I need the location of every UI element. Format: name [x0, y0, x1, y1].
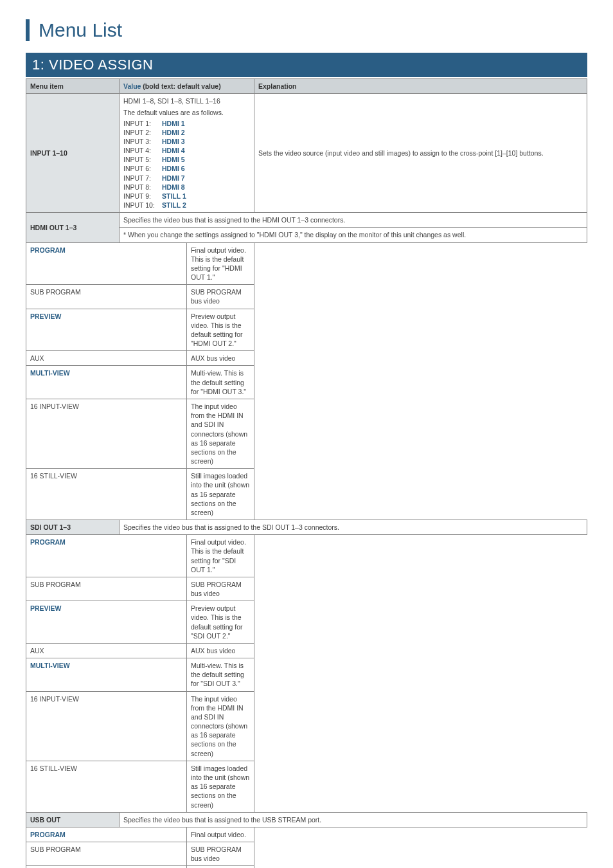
value-cell: 16 INPUT-VIEW: [26, 399, 187, 468]
hdr-menu: Menu item: [26, 79, 120, 94]
value-cell: SUB PROGRAM: [26, 285, 187, 309]
input-default-row: INPUT 5:HDMI 5: [123, 155, 250, 164]
expl-cell: SUB PROGRAM bus video: [187, 842, 254, 866]
input-default-row: INPUT 9:STILL 1: [123, 192, 250, 201]
expl-cell: SUB PROGRAM bus video: [187, 285, 254, 309]
value-cell: PREVIEW: [26, 601, 187, 644]
input-default-row: INPUT 2:HDMI 2: [123, 128, 250, 137]
value-cell: MULTI-VIEW: [26, 366, 187, 399]
value-cell: 16 INPUT-VIEW: [26, 691, 187, 761]
input-default-row: INPUT 4:HDMI 4: [123, 146, 250, 155]
value-cell: AUX: [26, 351, 187, 366]
expl-cell: Final output video. This is the default …: [187, 535, 254, 577]
hdr-value: Value (bold text: default value): [120, 79, 254, 94]
section-banner: 1: VIDEO ASSIGN: [26, 53, 587, 77]
value-cell: 16 STILL-VIEW: [26, 469, 187, 520]
menu-usb: USB OUT: [26, 812, 120, 827]
menu-input: INPUT 1–10: [26, 94, 120, 213]
menu-hdmi: HDMI OUT 1–3: [26, 213, 120, 242]
value-cell: PROGRAM: [26, 535, 187, 577]
input-default-row: INPUT 3:HDMI 3: [123, 137, 250, 146]
sdi-spec: Specifies the video bus that is assigned…: [120, 520, 587, 535]
value-cell: 16 STILL-VIEW: [26, 761, 187, 812]
value-cell: PREVIEW: [26, 309, 187, 351]
usb-spec: Specifies the video bus that is assigned…: [120, 812, 587, 827]
hdr-expl: Explanation: [254, 79, 587, 94]
expl-cell: Preview output video. This is the defaul…: [187, 601, 254, 644]
input-values: HDMI 1–8, SDI 1–8, STILL 1–16 The defaul…: [120, 94, 254, 213]
expl-cell: Final output video. This is the default …: [187, 242, 254, 285]
value-cell: SUB PROGRAM: [26, 842, 187, 866]
main-table: Menu item Value (bold text: default valu…: [26, 78, 587, 868]
expl-cell: AUX bus video: [187, 643, 254, 658]
menu-sdi: SDI OUT 1–3: [26, 520, 120, 535]
value-cell: MULTI-VIEW: [26, 658, 187, 692]
expl-cell: Still images loaded into the unit (shown…: [187, 761, 254, 812]
page-title: Menu List: [39, 19, 587, 41]
hdmi-note: * When you change the settings assigned …: [120, 228, 587, 242]
expl-cell: The input video from the HDMI IN and SDI…: [187, 691, 254, 761]
input-default-row: INPUT 8:HDMI 8: [123, 183, 250, 192]
value-cell: SUB PROGRAM: [26, 577, 187, 601]
expl-cell: Multi-view. This is the default setting …: [187, 366, 254, 399]
value-cell: PROGRAM: [26, 242, 187, 285]
expl-cell: Preview output video. This is the defaul…: [187, 309, 254, 351]
expl-cell: Multi-view. This is the default setting …: [187, 658, 254, 692]
value-cell: AUX: [26, 643, 187, 658]
page-title-wrap: Menu List: [26, 19, 587, 41]
hdmi-spec: Specifies the video bus that is assigned…: [120, 213, 587, 228]
input-expl: Sets the video source (input video and s…: [254, 94, 587, 213]
input-default-row: INPUT 10:STILL 2: [123, 201, 250, 210]
expl-cell: Still images loaded into the unit (shown…: [187, 469, 254, 520]
input-default-row: INPUT 6:HDMI 6: [123, 164, 250, 173]
value-cell: PROGRAM: [26, 827, 187, 842]
expl-cell: The input video from the HDMI IN and SDI…: [187, 399, 254, 468]
expl-cell: AUX bus video: [187, 351, 254, 366]
input-default-row: INPUT 1:HDMI 1: [123, 119, 250, 128]
expl-cell: Final output video.: [187, 827, 254, 842]
expl-cell: SUB PROGRAM bus video: [187, 577, 254, 601]
input-default-row: INPUT 7:HDMI 7: [123, 174, 250, 183]
